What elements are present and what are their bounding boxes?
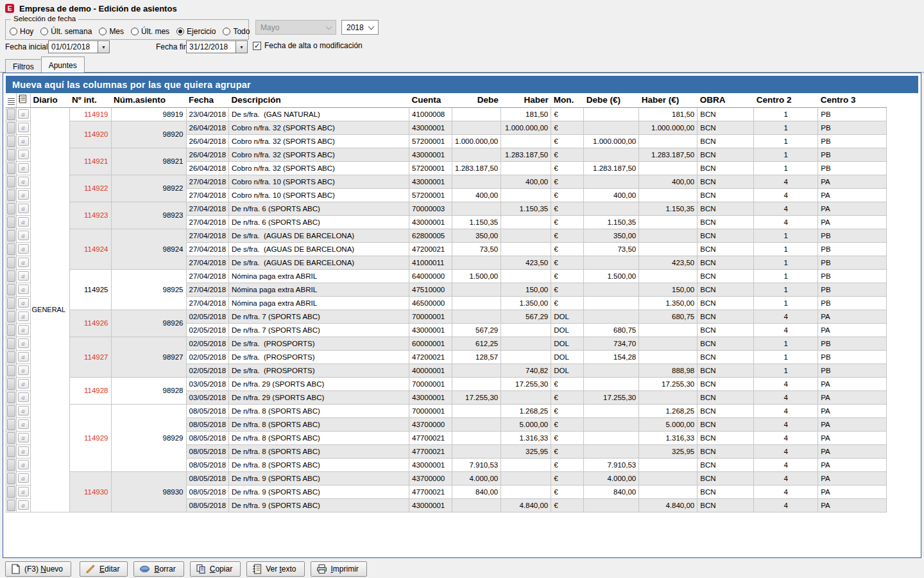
table-row[interactable]: a1149269892602/05/2018De n/fra. 7 (SPORT… [6, 310, 887, 323]
cell-cuenta[interactable]: 40000001 [409, 363, 452, 377]
cell-descripcion[interactable]: Nómina paga extra ABRIL [229, 269, 409, 283]
cell-debe[interactable] [452, 256, 501, 269]
cell-obra[interactable]: BCN [697, 229, 754, 242]
cell-fecha[interactable]: 27/04/2018 [186, 283, 229, 296]
col-header-haber[interactable]: Haber [501, 93, 551, 107]
cell-fecha[interactable]: 08/05/2018 [186, 417, 229, 431]
cell-fecha[interactable]: 27/04/2018 [186, 256, 229, 269]
cell-cuenta[interactable]: 43000001 [409, 390, 452, 404]
cell-moneda[interactable]: € [551, 431, 584, 444]
row-menu-icon[interactable] [6, 93, 17, 107]
cell-centro-3[interactable]: PA [818, 417, 887, 431]
cell-fecha[interactable]: 26/04/2018 [186, 161, 229, 175]
cell-fecha[interactable]: 02/05/2018 [186, 350, 229, 363]
cell-debe-eur[interactable] [584, 498, 639, 512]
cell-haber-eur[interactable]: 325,95 [639, 444, 697, 458]
col-header-debe[interactable]: Debe [452, 93, 501, 107]
cell-centro-2[interactable]: 4 [754, 390, 818, 404]
entry-note-button[interactable]: a [16, 148, 30, 161]
cell-haber[interactable]: 17.255,30 [501, 377, 551, 390]
cell-fecha[interactable]: 27/04/2018 [186, 175, 229, 188]
row-selector[interactable] [6, 296, 17, 310]
cell-haber-eur[interactable]: 1.350,00 [639, 296, 697, 310]
cell-haber[interactable]: 4.840,00 [501, 498, 551, 512]
cell-debe-eur[interactable] [584, 283, 639, 296]
row-selector[interactable] [6, 498, 17, 512]
cell-moneda[interactable]: € [551, 390, 584, 404]
entry-note-button[interactable]: a [16, 161, 30, 175]
journal-notebook-icon[interactable] [16, 93, 30, 107]
cell-debe-eur[interactable] [584, 256, 639, 269]
cell-haber[interactable] [501, 471, 551, 485]
cell-centro-3[interactable]: PA [818, 431, 887, 444]
cell-centro-2[interactable]: 4 [754, 175, 818, 188]
entry-note-button[interactable]: a [16, 390, 30, 404]
cell-centro-3[interactable]: PA [818, 310, 887, 323]
col-header-centro-2[interactable]: Centro 2 [754, 93, 818, 107]
cell-haber-eur[interactable]: 400,00 [639, 175, 697, 188]
cell-fecha[interactable]: 27/04/2018 [186, 202, 229, 215]
cell-debe[interactable]: 1.150,35 [452, 215, 501, 229]
cell-debe-eur[interactable] [584, 431, 639, 444]
entry-note-button[interactable]: a [16, 431, 30, 444]
cell-haber-eur[interactable]: 1.283.187,50 [639, 148, 697, 161]
row-selector[interactable] [6, 175, 17, 188]
cell-descripcion[interactable]: De n/fra. 9 (SPORTS ABC) [229, 485, 409, 498]
cell-moneda[interactable]: € [551, 377, 584, 390]
month-select[interactable]: Mayo [255, 20, 336, 35]
cell-descripcion[interactable]: De s/fra. (AGUAS DE BARCELONA) [229, 256, 409, 269]
cell-cuenta[interactable]: 47700021 [409, 444, 452, 458]
cell-debe-eur[interactable]: 73,50 [584, 242, 639, 256]
cell-num-asiento[interactable]: 98926 [111, 310, 186, 337]
row-selector[interactable] [6, 283, 17, 296]
entry-note-button[interactable]: a [16, 202, 30, 215]
entry-note-button[interactable]: a [16, 242, 30, 256]
cell-obra[interactable]: BCN [697, 377, 754, 390]
entry-note-button[interactable]: a [16, 269, 30, 283]
col-header-centro-3[interactable]: Centro 3 [818, 93, 887, 107]
cell-obra[interactable]: BCN [697, 188, 754, 202]
cell-num-interno[interactable]: 114929 [69, 404, 111, 471]
cell-haber-eur[interactable] [639, 350, 697, 363]
cell-debe[interactable] [452, 283, 501, 296]
entry-note-button[interactable]: a [16, 444, 30, 458]
cell-centro-3[interactable]: PA [818, 175, 887, 188]
cell-obra[interactable]: BCN [697, 256, 754, 269]
cell-num-interno[interactable]: 114920 [69, 121, 111, 148]
cell-descripcion[interactable]: De s/fra. (AGUAS DE BARCELONA) [229, 229, 409, 242]
entry-note-button[interactable]: a [16, 404, 30, 417]
entry-note-button[interactable]: a [16, 256, 30, 269]
cell-centro-3[interactable]: PB [818, 363, 887, 377]
cell-debe-eur[interactable]: 17.255,30 [584, 390, 639, 404]
cell-cuenta[interactable]: 43000001 [409, 215, 452, 229]
cell-obra[interactable]: BCN [697, 444, 754, 458]
col-header-n-m-asiento[interactable]: Núm.asiento [111, 93, 186, 107]
cell-cuenta[interactable]: 70000001 [409, 310, 452, 323]
cell-haber-eur[interactable] [639, 390, 697, 404]
col-header-diario[interactable]: Diario [30, 93, 69, 107]
cell-haber[interactable]: 1.283.187,50 [501, 148, 551, 161]
cell-centro-2[interactable]: 4 [754, 310, 818, 323]
cell-moneda[interactable]: € [551, 148, 584, 161]
cell-haber-eur[interactable]: 423,50 [639, 256, 697, 269]
tab-filtros[interactable]: Filtros [5, 59, 42, 73]
cell-haber-eur[interactable] [639, 485, 697, 498]
cell-centro-3[interactable]: PB [818, 161, 887, 175]
cell-debe-eur[interactable] [584, 310, 639, 323]
cell-haber-eur[interactable] [639, 323, 697, 337]
entry-note-button[interactable]: a [16, 121, 30, 134]
row-selector[interactable] [6, 121, 17, 134]
cell-obra[interactable]: BCN [697, 121, 754, 134]
cell-cuenta[interactable]: 47200021 [409, 242, 452, 256]
cell-haber[interactable]: 1.316,33 [501, 431, 551, 444]
cell-fecha[interactable]: 08/05/2018 [186, 471, 229, 485]
radio-todo[interactable]: Todo [223, 27, 250, 36]
cell-debe-eur[interactable] [584, 175, 639, 188]
radio--lt-semana[interactable]: Últ. semana [40, 27, 92, 36]
cell-haber[interactable] [501, 485, 551, 498]
table-row[interactable]: a1149229892227/04/2018Cobro n/fra. 10 (S… [6, 175, 887, 188]
cell-debe-eur[interactable]: 4.000,00 [584, 471, 639, 485]
cell-num-asiento[interactable]: 98922 [111, 175, 186, 202]
cell-centro-2[interactable]: 4 [754, 404, 818, 417]
cell-debe[interactable]: 400,00 [452, 188, 501, 202]
